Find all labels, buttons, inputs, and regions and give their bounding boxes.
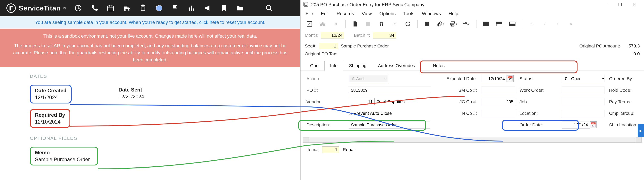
status-label: Status: <box>520 76 558 81</box>
svg-rect-23 <box>496 24 502 26</box>
new-icon[interactable] <box>351 20 359 28</box>
seq-value[interactable]: 1 <box>319 43 338 49</box>
megaphone-icon[interactable] <box>204 4 212 12</box>
batch-value[interactable]: 34 <box>373 32 396 38</box>
search-icon[interactable] <box>265 4 273 12</box>
window-title: 205 PO Purchase Order Entry for ERP Sync… <box>311 2 424 8</box>
menu-windows[interactable]: Windows <box>422 11 441 17</box>
maximize-button[interactable]: ☐ <box>616 2 624 8</box>
orig-tax-value: 0.0 <box>623 51 640 56</box>
grid-icon[interactable] <box>423 20 431 28</box>
save-icon[interactable] <box>364 20 372 28</box>
svg-rect-8 <box>304 2 308 7</box>
orderdate-label: Order Date: <box>520 122 558 127</box>
flag-icon[interactable] <box>172 4 179 12</box>
svg-rect-6 <box>142 5 144 6</box>
vendor-name: Total Supplies <box>377 99 405 104</box>
orderdate-field[interactable]: 📅 <box>562 121 605 128</box>
wo-input[interactable] <box>562 86 605 94</box>
header-row1: Month: 12/24 Batch #: 34 <box>300 30 644 41</box>
st-logo[interactable]: ServiceTitan® <box>6 4 66 13</box>
print-icon[interactable]: ▾ <box>450 20 457 28</box>
menu-help[interactable]: Help <box>448 11 458 17</box>
location-label: Location: <box>520 111 558 116</box>
po-label: PO #: <box>306 88 345 93</box>
inco-input[interactable] <box>481 110 515 117</box>
tab-info[interactable]: Info <box>324 61 343 71</box>
side-expander[interactable]: ▶ <box>638 124 644 137</box>
expected-date-input[interactable] <box>481 75 507 82</box>
menu-records[interactable]: Records <box>336 11 354 17</box>
required-by-label: Required By <box>35 112 65 118</box>
location-input[interactable] <box>562 110 605 117</box>
menu-options[interactable]: Options <box>380 11 396 17</box>
menu-view[interactable]: View <box>362 11 372 17</box>
close-button[interactable]: ✕ <box>630 2 638 8</box>
menu-tools[interactable]: Tools <box>403 11 414 17</box>
clipboard-icon[interactable] <box>139 4 147 12</box>
undo-icon[interactable]: ↶ <box>391 20 398 28</box>
calendar-icon[interactable]: 📅 <box>590 121 597 128</box>
payterms-label: Pay Terms: <box>609 99 644 104</box>
gear-icon[interactable]: ⚙ <box>332 20 340 28</box>
tab-grid[interactable]: Grid <box>304 61 324 70</box>
month-value[interactable]: 12/24 <box>321 32 344 38</box>
menu-edit[interactable]: Edit <box>321 11 329 17</box>
item-value[interactable]: 1 <box>322 146 339 153</box>
prevent-auto-close[interactable]: Prevent Auto Close <box>349 111 430 116</box>
window-titlebar[interactable]: 205 PO Purchase Order Entry for ERP Sync… <box>300 0 644 10</box>
dashboard-icon[interactable] <box>74 4 82 12</box>
calendar-icon[interactable] <box>107 4 114 12</box>
status-select[interactable]: 0 - Open <box>562 75 605 82</box>
box-icon[interactable] <box>155 4 163 12</box>
truck-icon[interactable] <box>123 4 131 12</box>
panel3-icon[interactable] <box>508 20 516 28</box>
bookmark-icon[interactable] <box>220 4 228 12</box>
horizontal-scrollbar[interactable] <box>302 137 642 143</box>
delete-icon[interactable] <box>378 20 385 28</box>
folder-icon[interactable] <box>236 4 244 12</box>
job-input[interactable] <box>562 98 605 105</box>
sandbox-banner: This is a sandbox environment, not your … <box>0 29 300 67</box>
prevent-auto-checkbox[interactable] <box>349 112 352 115</box>
smco-input[interactable] <box>481 86 515 94</box>
st-header: ServiceTitan® <box>0 0 300 16</box>
hold-label: Hold Code: <box>609 88 644 93</box>
panel2-icon[interactable] <box>495 20 503 28</box>
tab-notes[interactable]: Notes <box>427 61 450 70</box>
memo-label: Memo <box>35 150 93 156</box>
orderdate-input[interactable] <box>562 121 590 128</box>
svg-point-7 <box>266 5 271 10</box>
nav-prev-icon[interactable]: ‹ <box>541 20 548 28</box>
po-input[interactable] <box>349 86 430 94</box>
vendor-input[interactable] <box>349 98 375 105</box>
edit-icon[interactable] <box>306 20 313 28</box>
seq-text: Sample Purchase Order <box>341 43 389 49</box>
jcco-input[interactable] <box>481 98 515 105</box>
chart-icon[interactable] <box>188 4 196 12</box>
header-row2: Seq#: 1 Sample Purchase Order Original P… <box>300 41 644 51</box>
st-body: DATES Date Created 12/1/2024 Date Sent 1… <box>0 67 300 165</box>
attach-icon[interactable]: ▾ <box>436 20 444 28</box>
sample-data-banner[interactable]: You are seeing sample data in your accou… <box>0 16 300 29</box>
svg-rect-13 <box>322 23 324 24</box>
nav-next-icon[interactable]: › <box>554 20 562 28</box>
calendar-icon[interactable]: 📅 <box>507 75 514 82</box>
date-created-box: Date Created 12/1/2024 <box>30 85 72 104</box>
binoculars-icon[interactable] <box>319 20 326 28</box>
phone-icon[interactable] <box>90 4 98 12</box>
tabstrip: Grid Info Shipping Address Overrides Not… <box>300 61 644 71</box>
tab-address-overrides[interactable]: Address Overrides <box>372 61 421 70</box>
refresh-icon[interactable] <box>404 20 412 28</box>
minimize-button[interactable]: — <box>602 2 610 8</box>
month-label: Month: <box>305 33 318 38</box>
menu-file[interactable]: File <box>306 11 313 17</box>
expected-date-field[interactable]: 📅 <box>481 75 515 82</box>
nav-last-icon[interactable]: » <box>567 20 575 28</box>
desc-input[interactable] <box>349 121 430 128</box>
tab-shipping[interactable]: Shipping <box>343 61 372 70</box>
nav-first-icon[interactable]: « <box>528 20 535 28</box>
panel1-icon[interactable] <box>482 20 490 28</box>
spellcheck-icon[interactable]: ᴬᴮ✓ <box>463 20 470 28</box>
date-sent-label: Date Sent <box>118 87 144 93</box>
